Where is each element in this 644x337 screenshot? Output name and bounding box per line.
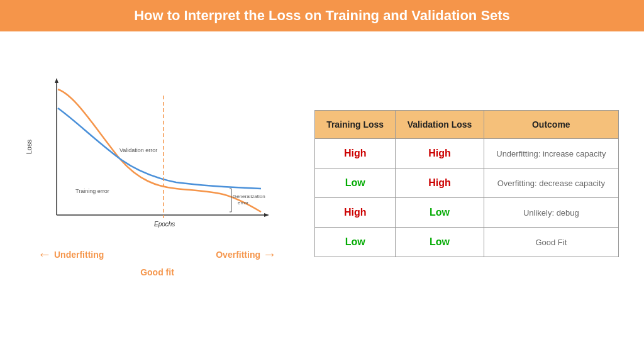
svg-text:Generalization: Generalization — [233, 194, 265, 199]
svg-text:Validation error: Validation error — [119, 147, 157, 153]
training-loss-cell: High — [315, 139, 396, 168]
svg-text:Training error: Training error — [75, 188, 109, 194]
validation-loss-cell: High — [396, 139, 484, 168]
header: How to Interpret the Loss on Training an… — [0, 0, 644, 31]
table-row: HighLowUnlikely: debug — [315, 198, 619, 228]
svg-text:Epochs: Epochs — [154, 221, 175, 228]
interpretation-table: Training Loss Validation Loss Outcome Hi… — [314, 110, 619, 257]
validation-loss-cell: Low — [396, 228, 484, 257]
overfitting-label: Overfitting — [216, 250, 260, 260]
chart-svg: Epochs Training error Validation error G… — [38, 77, 277, 240]
good-fit-label: Good fit — [140, 267, 174, 277]
outcome-cell: Unlikely: debug — [484, 198, 618, 228]
underfitting-label: Underfitting — [54, 250, 104, 260]
validation-loss-cell: Low — [396, 198, 484, 228]
training-loss-cell: Low — [315, 168, 396, 198]
outcome-cell: Overfitting: decrease capacity — [484, 168, 618, 198]
page-title: How to Interpret the Loss on Training an… — [13, 8, 631, 24]
arrow-area: ← Underfitting Overfitting → Good fit — [38, 246, 277, 290]
svg-text:error: error — [238, 200, 248, 206]
loss-axis-label: Loss — [25, 140, 33, 154]
validation-loss-cell: High — [396, 168, 484, 198]
table-row: HighHighUnderfitting: increase capacity — [315, 139, 619, 168]
col-validation-loss: Validation Loss — [396, 111, 484, 139]
table-row: LowLowGood Fit — [315, 228, 619, 257]
svg-marker-2 — [264, 213, 269, 217]
col-training-loss: Training Loss — [315, 111, 396, 139]
chart-area: Loss Epochs Training error — [25, 77, 289, 290]
svg-marker-3 — [55, 78, 58, 83]
col-outcome: Outcome — [484, 111, 618, 139]
training-loss-cell: Low — [315, 228, 396, 257]
outcome-cell: Underfitting: increase capacity — [484, 139, 618, 168]
table-row: LowHighOverfitting: decrease capacity — [315, 168, 619, 198]
table-area: Training Loss Validation Loss Outcome Hi… — [314, 110, 619, 257]
outcome-cell: Good Fit — [484, 228, 618, 257]
training-loss-cell: High — [315, 198, 396, 228]
